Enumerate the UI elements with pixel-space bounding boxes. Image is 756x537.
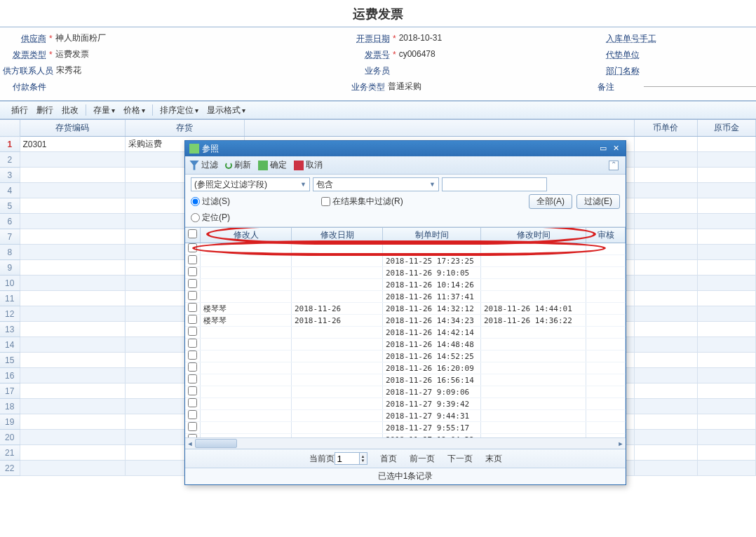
table-row[interactable]: 2018-11-26 11:37:41	[185, 291, 626, 303]
pager-spinner[interactable]: ▲▼	[359, 452, 367, 465]
row-number[interactable]: 18	[0, 399, 20, 414]
cell[interactable]	[20, 291, 125, 306]
cell[interactable]	[20, 306, 125, 322]
cell[interactable]	[634, 291, 697, 306]
row-number[interactable]: 21	[0, 445, 20, 461]
cell[interactable]	[481, 255, 586, 267]
cell[interactable]	[292, 279, 383, 291]
col-orig-amount[interactable]: 原币金	[697, 120, 756, 137]
cell[interactable]	[201, 339, 292, 351]
cell[interactable]	[634, 445, 697, 461]
cell[interactable]	[586, 398, 626, 410]
row-checkbox-cell[interactable]	[185, 410, 201, 422]
cell[interactable]: 2018-11-26 14:44:01	[481, 303, 586, 315]
invoice-no-value[interactable]: cy006478	[399, 46, 497, 62]
cell[interactable]	[634, 461, 697, 476]
check-all[interactable]	[188, 229, 197, 238]
row-checkbox-cell[interactable]	[185, 362, 201, 374]
cell[interactable]	[697, 245, 756, 260]
cell[interactable]	[292, 386, 383, 398]
col-inventory-code[interactable]: 存货编码	[20, 120, 125, 137]
table-row[interactable]: 楼琴琴2018-11-262018-11-26 14:34:232018-11-…	[185, 315, 626, 327]
cell[interactable]: 2018-11-26 9:10:05	[383, 267, 481, 279]
row-number[interactable]: 16	[0, 368, 20, 383]
row-checkbox-cell[interactable]	[185, 291, 201, 303]
cell[interactable]	[20, 430, 125, 445]
cell[interactable]: 2018-11-27 9:09:06	[383, 386, 481, 398]
pager-first[interactable]: 首页	[380, 453, 397, 465]
row-number[interactable]: 8	[0, 245, 20, 260]
cell[interactable]	[697, 337, 756, 353]
price-button[interactable]: 价格▾	[119, 104, 149, 116]
row-checkbox[interactable]	[188, 243, 197, 252]
cell[interactable]: 2018-11-26 14:42:14	[383, 327, 481, 339]
delete-row-button[interactable]: 删行	[32, 104, 58, 116]
row-checkbox[interactable]	[188, 339, 197, 348]
col-inventory-name[interactable]: 存货	[125, 120, 244, 137]
table-row[interactable]: 2018-11-26 14:42:14	[185, 327, 626, 339]
row-checkbox[interactable]	[188, 255, 197, 264]
cell[interactable]	[586, 327, 626, 339]
row-checkbox-cell[interactable]	[185, 398, 201, 410]
cell[interactable]	[481, 374, 586, 386]
cell[interactable]	[201, 243, 292, 255]
ref-field-combo[interactable]: (参照定义过滤字段) ▼	[191, 177, 310, 191]
cell[interactable]	[586, 362, 626, 374]
pay-cond-value[interactable]	[49, 86, 147, 87]
cell[interactable]: 楼琴琴	[201, 303, 292, 315]
cell[interactable]	[20, 337, 125, 353]
cell[interactable]	[634, 353, 697, 368]
cell[interactable]	[634, 168, 697, 183]
cell[interactable]	[697, 430, 756, 445]
table-row[interactable]: 2018-11-26 14:48:48	[185, 339, 626, 351]
cell[interactable]	[481, 243, 586, 255]
cell[interactable]	[292, 422, 383, 434]
row-checkbox-cell[interactable]	[185, 243, 201, 255]
cell[interactable]	[634, 414, 697, 430]
cell[interactable]	[201, 374, 292, 386]
row-number[interactable]: 15	[0, 353, 20, 368]
cell[interactable]	[586, 255, 626, 267]
cell[interactable]	[292, 351, 383, 362]
cell[interactable]	[481, 422, 586, 434]
cell[interactable]	[20, 353, 125, 368]
cell[interactable]	[634, 183, 697, 198]
close-button[interactable]: ✕	[610, 144, 621, 154]
cell[interactable]	[20, 152, 125, 168]
chk-in-result-input[interactable]	[321, 197, 330, 206]
cell[interactable]	[201, 422, 292, 434]
cell[interactable]	[586, 422, 626, 434]
cell[interactable]	[697, 291, 756, 306]
cell[interactable]	[697, 276, 756, 291]
radio-filter[interactable]: 过滤(S)	[191, 196, 230, 208]
cell[interactable]	[697, 183, 756, 198]
cell[interactable]	[481, 410, 586, 422]
row-number[interactable]: 19	[0, 414, 20, 430]
cell[interactable]	[697, 214, 756, 229]
row-checkbox-cell[interactable]	[185, 315, 201, 327]
row-checkbox-cell[interactable]	[185, 339, 201, 351]
cell[interactable]	[481, 291, 586, 303]
row-checkbox[interactable]	[188, 386, 197, 395]
cell[interactable]: 2018-11-26 14:32:12	[383, 303, 481, 315]
table-row[interactable]: 2018-11-26 10:14:26	[185, 279, 626, 291]
cell[interactable]: 楼琴琴	[201, 315, 292, 327]
cell[interactable]: 2018-11-26 14:36:22	[481, 315, 586, 327]
cell[interactable]	[292, 339, 383, 351]
row-number[interactable]: 5	[0, 198, 20, 214]
row-checkbox[interactable]	[188, 351, 197, 360]
cell[interactable]	[20, 183, 125, 198]
row-number[interactable]: 12	[0, 306, 20, 322]
row-number[interactable]: 2	[0, 152, 20, 168]
table-row[interactable]: 2018-11-27 9:44:31	[185, 410, 626, 422]
supplier-value[interactable]: 神人助面粉厂	[55, 30, 154, 46]
refresh-button[interactable]: 刷新	[225, 159, 251, 171]
cell[interactable]: 2018-11-26	[292, 315, 383, 327]
cell[interactable]: 2018-11-26 14:48:48	[383, 339, 481, 351]
insert-row-button[interactable]: 插行	[7, 104, 32, 116]
cell[interactable]	[201, 327, 292, 339]
radio-locate-input[interactable]	[191, 213, 200, 222]
check-all-header[interactable]	[185, 228, 201, 243]
row-number[interactable]: 10	[0, 276, 20, 291]
row-checkbox[interactable]	[188, 303, 197, 312]
